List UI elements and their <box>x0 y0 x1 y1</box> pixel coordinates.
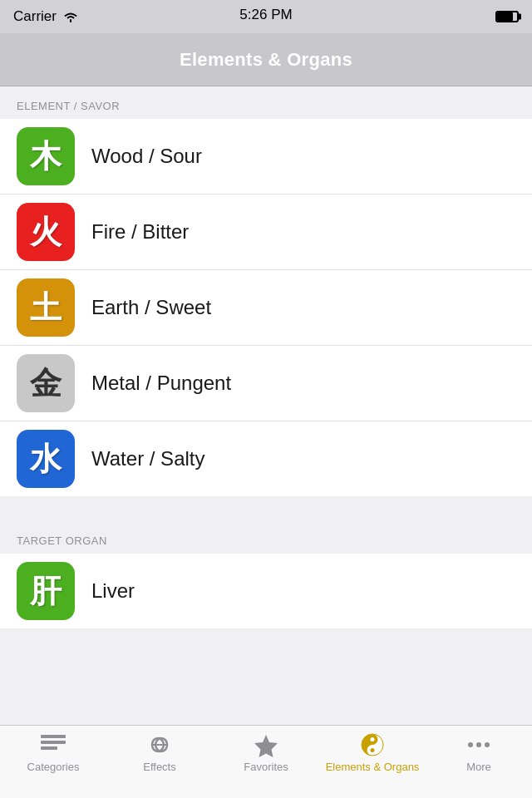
list-item[interactable]: 火 Fire / Bitter <box>0 195 532 270</box>
list-item[interactable]: 土 Earth / Sweet <box>0 270 532 346</box>
section-divider <box>0 496 532 521</box>
svg-rect-1 <box>41 741 66 744</box>
list-item[interactable]: 水 Water / Salty <box>0 421 532 496</box>
tab-more[interactable]: More <box>426 732 532 773</box>
tab-categories-label: Categories <box>27 761 80 773</box>
scroll-area[interactable]: ELEMENT / SAVOR 木 Wood / Sour 火 Fire / B… <box>0 86 532 725</box>
page-title: Elements & Organs <box>180 49 352 71</box>
section-header-target-organ: TARGET ORGAN <box>0 521 532 554</box>
tab-more-label: More <box>466 761 491 773</box>
svg-point-6 <box>371 748 375 752</box>
tab-favorites-label: Favorites <box>244 761 288 773</box>
water-icon: 水 <box>17 430 75 488</box>
nav-bar: Elements & Organs <box>0 33 532 86</box>
tab-effects[interactable]: Effects <box>106 732 213 773</box>
svg-rect-2 <box>41 746 57 750</box>
battery-icon <box>495 11 519 22</box>
list-item[interactable]: 肝 Liver <box>0 554 532 628</box>
favorites-icon <box>252 732 280 757</box>
more-icon <box>465 732 493 757</box>
fire-label: Fire / Bitter <box>91 220 189 244</box>
liver-label: Liver <box>91 579 135 603</box>
wifi-icon <box>63 11 78 22</box>
wood-icon: 木 <box>17 127 75 185</box>
earth-icon: 土 <box>17 278 75 337</box>
svg-point-8 <box>468 742 473 747</box>
categories-icon <box>39 732 67 757</box>
tab-elements-organs[interactable]: Elements & Organs <box>319 732 426 773</box>
list-item[interactable]: 金 Metal / Pungent <box>0 346 532 421</box>
svg-rect-0 <box>41 735 66 738</box>
liver-icon: 肝 <box>17 562 75 620</box>
wood-label: Wood / Sour <box>91 145 202 168</box>
svg-marker-3 <box>254 735 278 757</box>
elements-organs-icon <box>358 732 387 757</box>
fire-icon: 火 <box>17 203 75 261</box>
tab-favorites[interactable]: Favorites <box>213 732 319 773</box>
tab-bar: Categories Effects Favorites <box>0 725 532 798</box>
effects-icon <box>145 732 174 757</box>
metal-label: Metal / Pungent <box>91 372 231 395</box>
svg-point-5 <box>371 737 375 741</box>
clock: 5:26 PM <box>239 7 292 23</box>
water-label: Water / Salty <box>91 447 204 470</box>
earth-label: Earth / Sweet <box>91 296 211 319</box>
carrier-label: Carrier <box>13 8 57 25</box>
svg-point-9 <box>476 742 481 747</box>
section-header-element-savor: ELEMENT / SAVOR <box>0 86 532 119</box>
tab-elements-organs-label: Elements & Organs <box>326 761 420 773</box>
element-savor-list: 木 Wood / Sour 火 Fire / Bitter 土 Earth / … <box>0 119 532 496</box>
status-bar: Carrier 5:26 PM <box>0 0 532 33</box>
tab-categories[interactable]: Categories <box>0 732 106 773</box>
svg-point-10 <box>485 742 490 747</box>
tab-effects-label: Effects <box>143 761 176 773</box>
list-item[interactable]: 木 Wood / Sour <box>0 119 532 195</box>
target-organ-list: 肝 Liver <box>0 554 532 628</box>
metal-icon: 金 <box>17 354 75 412</box>
